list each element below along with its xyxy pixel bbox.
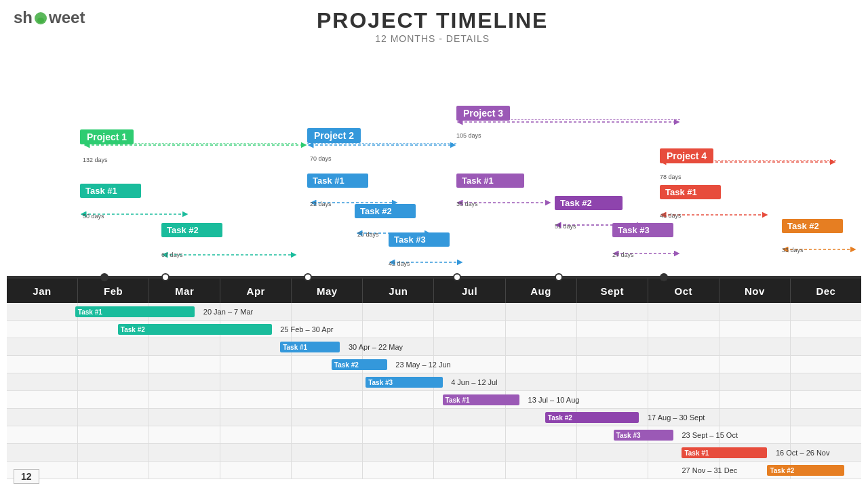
cal-bar-p4t2: Task #2 (767, 465, 844, 476)
cal-label-p1t1: 20 Jan – 7 Mar (203, 308, 253, 316)
month-may: May (292, 279, 363, 303)
timeline-line (7, 276, 861, 277)
milestone-3 (453, 273, 461, 281)
p1-box: Project 1 (80, 129, 134, 144)
milestone-2 (304, 273, 312, 281)
p1-days: 132 days (83, 157, 108, 163)
cal-label-p2t3: 4 Jun – 12 Jul (451, 378, 498, 386)
month-jun: Jun (363, 279, 434, 303)
month-feb: Feb (78, 279, 149, 303)
cal-row-8: Task #3 23 Sept – 15 Oct (7, 426, 861, 444)
cal-bar-p3t3: Task #3 (614, 430, 673, 441)
p3-task1-days: 35 days (456, 201, 478, 207)
cal-row-5: Task #3 4 Jun – 12 Jul (7, 373, 861, 391)
cal-row-6: Task #1 13 Jul – 10 Aug (7, 391, 861, 409)
month-aug: Aug (506, 279, 577, 303)
cal-bar-p2t3: Task #3 (366, 377, 442, 388)
p3-task3-box: Task #3 (612, 223, 673, 237)
cal-bar-p2t2: Task #2 (332, 359, 387, 370)
cal-label-p3t2: 17 Aug – 30 Sept (648, 413, 705, 422)
p4-task1-days: 45 days (660, 212, 682, 219)
milestone-1 (161, 273, 170, 281)
p4-days: 78 days (660, 174, 682, 180)
logo-leaf-icon (33, 11, 48, 26)
p2-box: Project 2 (307, 128, 361, 143)
page-subtitle: 12 Months - Details (85, 33, 780, 44)
title-block: Project Timeline 12 Months - Details (85, 8, 780, 44)
month-jul: Jul (434, 279, 505, 303)
p3-task1-box: Task #1 (456, 174, 524, 188)
milestone-5 (660, 273, 668, 281)
cal-label-p3t3: 23 Sept – 15 Oct (682, 431, 738, 439)
cal-row-7: Task #2 17 Aug – 30 Sept (7, 409, 861, 426)
cal-label-p2t2: 23 May – 12 Jun (395, 361, 450, 369)
col-dividers-3 (7, 338, 861, 355)
month-apr: Apr (220, 279, 292, 303)
p1-task2-days: 67 days (161, 251, 183, 258)
p1-task1-box: Task #1 (80, 184, 141, 198)
p3-task2-days: 51 days (555, 223, 576, 230)
cal-bar-p3t1: Task #1 (443, 394, 519, 405)
p2-task1-days: 22 days (310, 201, 332, 207)
month-dec: Dec (791, 279, 861, 303)
logo-text-sh: sh (14, 8, 33, 27)
page-number: 12 (14, 469, 39, 484)
calendar-body: Task #1 20 Jan – 7 Mar Task #2 25 Feb – … (7, 303, 861, 479)
logo: sh weet (14, 8, 85, 27)
cal-bar-p4t1: Task #1 (682, 447, 767, 458)
cal-row-9: Task #1 16 Oct – 26 Nov (7, 444, 861, 462)
month-sept: Sept (577, 279, 648, 303)
cal-label-p2t1: 30 Apr – 22 May (349, 343, 403, 351)
p4-task2-days: 33 days (782, 247, 804, 253)
cal-label-p1t2: 25 Feb – 30 Apr (280, 325, 333, 333)
p4-task2-box: Task #2 (782, 219, 843, 233)
cal-row-2: Task #2 25 Feb – 30 Apr (7, 321, 861, 338)
p1-task2-box: Task #2 (161, 223, 222, 237)
page-header: sh weet Project Timeline 12 Months - Det… (0, 0, 868, 48)
cal-row-4: Task #2 23 May – 12 Jun (7, 356, 861, 373)
cal-bar-p1t1: Task #1 (75, 306, 195, 317)
gantt-chart: Project 1 132 days Task #1 50 days Task … (7, 48, 861, 279)
p2-task2-box: Task #2 (355, 204, 416, 218)
cal-bar-p3t2: Task #2 (545, 412, 639, 423)
p2-days: 70 days (310, 155, 332, 162)
milestone-4 (555, 273, 563, 281)
p3-box: Project 3 (456, 106, 510, 121)
cal-row-10: 27 Nov – 31 Dec Task #2 (7, 462, 861, 479)
p4-box: Project 4 (660, 148, 713, 163)
cal-label-p4t2-pre: 27 Nov – 31 Dec (682, 466, 737, 474)
month-oct: Oct (648, 279, 719, 303)
p3-task3-days: 27 days (612, 251, 634, 258)
month-header: Jan Feb Mar Apr May Jun Jul Aug Sept Oct… (7, 279, 861, 303)
cal-row-1: Task #1 20 Jan – 7 Mar (7, 303, 861, 321)
cal-bar-p1t2: Task #2 (118, 324, 272, 335)
month-nov: Nov (719, 279, 791, 303)
p2-task3-days: 42 days (389, 260, 410, 267)
cal-row-3: Task #1 30 Apr – 22 May (7, 338, 861, 356)
p2-task1-box: Task #1 (307, 174, 368, 188)
cal-label-p3t1: 13 Jul – 10 Aug (528, 396, 580, 404)
p2-task3-box: Task #3 (389, 232, 450, 247)
cal-bar-p2t1: Task #1 (280, 342, 340, 352)
svg-point-1 (37, 18, 44, 23)
col-dividers-6 (7, 391, 861, 408)
p3-days: 105 days (456, 132, 481, 139)
cal-label-p4t1: 16 Oct – 26 Nov (776, 449, 830, 457)
logo-text-weet: weet (49, 8, 85, 27)
p2-task2-days: 20 days (357, 231, 379, 238)
month-mar: Mar (149, 279, 220, 303)
p4-task1-box: Task #1 (660, 185, 721, 199)
p3-task2-box: Task #2 (555, 196, 623, 210)
page-title: Project Timeline (85, 8, 780, 33)
col-dividers-7 (7, 409, 861, 426)
p1-task1-days: 50 days (83, 213, 104, 220)
month-jan: Jan (7, 279, 78, 303)
milestone-start (100, 273, 108, 281)
